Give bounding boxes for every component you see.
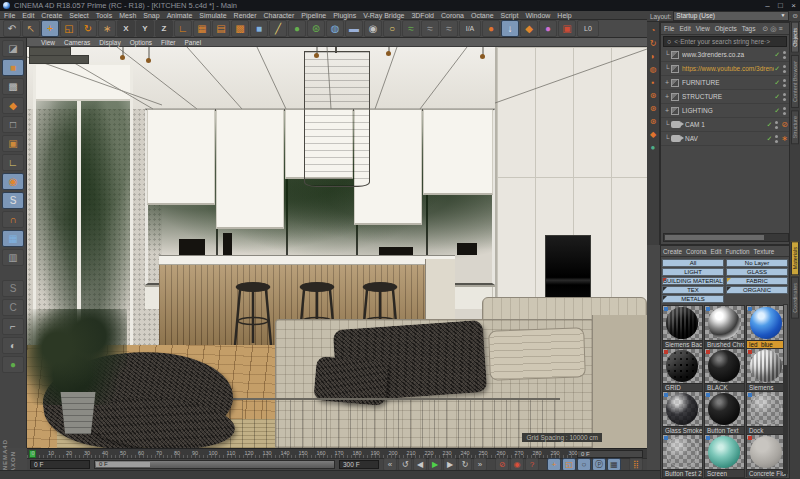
enable-check-icon[interactable]: ✓: [774, 65, 780, 73]
corona-sun-icon[interactable]: ⊛: [648, 89, 659, 101]
material-screen[interactable]: Screen: [704, 434, 745, 477]
visibility-dots-icon[interactable]: [783, 107, 786, 110]
add-floor-icon[interactable]: ▬: [345, 20, 363, 37]
frame-offset-field[interactable]: 0 F: [577, 450, 643, 458]
menu-corona[interactable]: Corona: [441, 12, 464, 19]
keyframe-ia-toggle[interactable]: I/A: [459, 20, 481, 37]
material-ball-icon[interactable]: ●: [539, 20, 557, 37]
material-manager-menu-texture[interactable]: Texture: [754, 248, 775, 255]
expand-icon[interactable]: +: [663, 79, 671, 86]
menu-mesh[interactable]: Mesh: [119, 12, 136, 19]
material-dock[interactable]: Dock: [746, 391, 787, 434]
viewport-menu-display[interactable]: Display: [99, 39, 120, 46]
object-manager-menu-file[interactable]: File: [664, 25, 674, 32]
model-mode-icon[interactable]: ■: [2, 59, 24, 76]
search-icon[interactable]: ⊙: [762, 25, 768, 33]
enable-check-icon[interactable]: ✓: [774, 79, 780, 87]
corona-sun2-icon[interactable]: ⊛: [648, 102, 659, 114]
slider-handle[interactable]: 0 F: [96, 462, 150, 467]
make-editable-icon[interactable]: ◪: [2, 40, 24, 57]
visibility-dots-icon[interactable]: [783, 51, 786, 54]
console-icon[interactable]: C: [2, 299, 24, 316]
motion-icon[interactable]: ≈: [440, 20, 458, 37]
visibility-dots-icon[interactable]: [783, 93, 786, 96]
texture-mode-icon[interactable]: ▩: [2, 78, 24, 95]
object-row-https-www-youtube-com-3drenders[interactable]: └https://www.youtube.com/3drenders✓: [661, 62, 789, 76]
rotate-tool-icon[interactable]: ↻: [79, 20, 97, 37]
object-label[interactable]: NAV: [685, 135, 766, 142]
add-generator-icon[interactable]: ●: [288, 20, 306, 37]
viewport-menu-view[interactable]: View: [41, 39, 55, 46]
expand-icon[interactable]: +: [663, 93, 671, 100]
menu-snap[interactable]: Snap: [143, 12, 159, 19]
object-label[interactable]: https://www.youtube.com/3drenders: [682, 65, 774, 72]
layer-button-tex[interactable]: TEX: [662, 286, 724, 294]
object-manager-menu-view[interactable]: View: [696, 25, 710, 32]
corona-flame-icon[interactable]: ◆: [648, 128, 659, 140]
menu-tools[interactable]: Tools: [96, 12, 112, 19]
simulate-icon[interactable]: ≈: [402, 20, 420, 37]
menu-v-ray-bridge[interactable]: V-Ray Bridge: [363, 12, 404, 19]
menu-window[interactable]: Window: [525, 12, 550, 19]
object-row-lighting[interactable]: +LIGHTING✓: [661, 104, 789, 118]
display-toggle-icon[interactable]: ◐: [2, 337, 24, 354]
layer-button-organic[interactable]: ORGANIC: [726, 286, 788, 294]
object-manager-menu-tags[interactable]: Tags: [742, 25, 756, 32]
layout-dropdown[interactable]: Startup (Use) ▼: [673, 11, 788, 21]
layer-button-light[interactable]: LIGHT: [662, 268, 724, 276]
menu-create[interactable]: Create: [41, 12, 62, 19]
current-frame-field[interactable]: 0 F: [30, 460, 90, 469]
material-siemens-back[interactable]: Siemens Back: [662, 305, 703, 348]
l0-icon[interactable]: L0: [577, 20, 599, 37]
workplane-icon[interactable]: ▦: [2, 230, 24, 247]
end-frame-field[interactable]: 300 F: [339, 460, 379, 469]
side-tab-objects[interactable]: Objects: [791, 22, 799, 53]
material-button-text[interactable]: Button Text: [704, 391, 745, 434]
horizontal-scrollbar[interactable]: [663, 233, 789, 242]
material-siemens[interactable]: Siemens: [746, 348, 787, 391]
menu-help[interactable]: Help: [557, 12, 571, 19]
corona-leaf-icon[interactable]: ●: [648, 141, 659, 153]
coordinate-system-icon[interactable]: ∟: [174, 20, 192, 37]
camera-active-icon[interactable]: ∗: [781, 134, 788, 143]
enable-check-icon[interactable]: ✓: [766, 121, 772, 129]
download-icon[interactable]: ↓: [501, 20, 519, 37]
y-axis-lock-button[interactable]: Y: [136, 20, 154, 37]
layer-button-metals[interactable]: METALS: [662, 295, 724, 303]
corona-light-icon[interactable]: ◍: [648, 63, 659, 75]
menu-character[interactable]: Character: [264, 12, 295, 19]
scale-tool-icon[interactable]: ◱: [60, 20, 78, 37]
add-cube-icon[interactable]: ■: [250, 20, 268, 37]
enable-check-icon[interactable]: ✓: [774, 93, 780, 101]
z-axis-lock-button[interactable]: Z: [155, 20, 173, 37]
viewport-menu-options[interactable]: Options: [130, 39, 152, 46]
corona-render-icon[interactable]: ◔: [648, 24, 659, 36]
corona-lightmix-icon[interactable]: ▪: [648, 76, 659, 88]
add-deformer-icon[interactable]: ◍: [326, 20, 344, 37]
filter-icon[interactable]: ≡: [778, 25, 782, 32]
object-row-www-3drenders-co-za[interactable]: └www.3drenders.co.za✓: [661, 48, 789, 62]
viewport-menu-panel[interactable]: Panel: [185, 39, 202, 46]
points-mode-icon[interactable]: ◆: [2, 97, 24, 114]
close-button[interactable]: ×: [787, 0, 800, 11]
object-row-structure[interactable]: +STRUCTURE✓: [661, 90, 789, 104]
expand-icon[interactable]: +: [663, 107, 671, 114]
layer-button-glass[interactable]: GLASS: [726, 268, 788, 276]
material-led-blue[interactable]: led_blue: [746, 305, 787, 348]
layout-search-icon[interactable]: ⊙: [793, 12, 798, 20]
side-tab-content-browser[interactable]: Content Browser: [791, 55, 799, 108]
lock-icon[interactable]: ▥: [2, 249, 24, 266]
viewport-menu-filter[interactable]: Filter: [161, 39, 175, 46]
menu-3dfold[interactable]: 3DFold: [411, 12, 434, 19]
add-camera-icon[interactable]: ◉: [364, 20, 382, 37]
safe-frames-icon[interactable]: ●: [2, 356, 24, 373]
enable-check-icon[interactable]: ✓: [774, 107, 780, 115]
viewport-scene[interactable]: Grid Spacing : 10000 cm: [27, 47, 647, 448]
object-row-nav[interactable]: └NAV✓∗: [661, 132, 789, 146]
live-selection-icon[interactable]: ↖: [22, 20, 40, 37]
wrench-icon[interactable]: ⌐: [2, 318, 24, 335]
render-region-icon[interactable]: ▤: [212, 20, 230, 37]
material-grid[interactable]: GRID: [662, 348, 703, 391]
object-label[interactable]: www.3drenders.co.za: [682, 51, 774, 58]
visibility-dots-icon[interactable]: [783, 65, 786, 68]
